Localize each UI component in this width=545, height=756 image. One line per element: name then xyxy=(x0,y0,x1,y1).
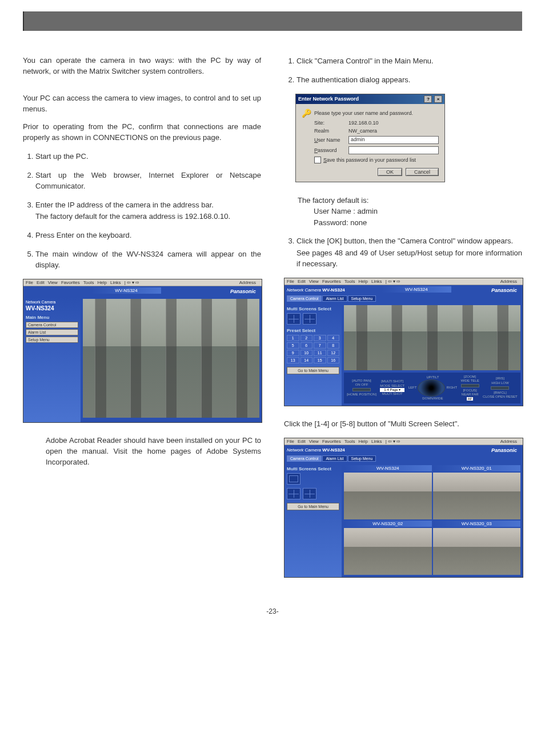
preset-btn[interactable]: 11 xyxy=(314,350,326,356)
home-position-label[interactable]: [HOME POSITION] xyxy=(347,393,376,397)
tab-setup-menu[interactable]: Setup Menu xyxy=(348,295,376,302)
bw-buttons[interactable]: CLOSE OPEN RESET xyxy=(483,395,518,399)
model: WV-NS324 xyxy=(322,287,345,293)
shot-dropdown[interactable]: 1-4 Page ▾ xyxy=(380,388,404,392)
step-3-subtext: The factory default for the camera addre… xyxy=(35,211,261,222)
slider[interactable] xyxy=(352,388,371,391)
menu-links[interactable]: Links xyxy=(110,280,121,285)
browser-menu-bar: File Edit View Favorites Tools Help Link… xyxy=(284,278,523,285)
slider[interactable] xyxy=(461,384,479,387)
focus-buttons[interactable]: NEAR FAR xyxy=(460,393,479,397)
preset-btn[interactable]: 2 xyxy=(300,335,313,341)
ptz-joystick[interactable] xyxy=(418,379,445,397)
multishot-button[interactable]: MULTI SHOT xyxy=(380,392,404,396)
password-label: Password xyxy=(302,147,348,153)
help-icon[interactable]: ? xyxy=(424,95,432,103)
preset-btn[interactable]: 16 xyxy=(327,357,340,363)
tab-setup-menu[interactable]: Setup Menu xyxy=(348,455,376,462)
autopan-label: [AUTO PAN] xyxy=(347,379,376,383)
preset-btn[interactable]: 8 xyxy=(327,342,340,349)
menu-file[interactable]: File xyxy=(26,280,33,285)
zoom-buttons[interactable]: WIDE TELE xyxy=(460,379,479,383)
factory-pass: Password: none xyxy=(314,217,522,229)
preset-btn[interactable]: 15 xyxy=(314,357,326,363)
sidebar-logo: Network Camera xyxy=(26,300,78,304)
auth-dialog: Enter Network Password ? × 🔑 Please type… xyxy=(295,94,445,182)
username-input[interactable]: admin xyxy=(348,136,439,144)
step-2: Start up the Web browser, Internet Explo… xyxy=(35,170,261,192)
rstep-3-sub: See pages 48 and 49 of User setup/Host s… xyxy=(296,248,522,270)
cancel-button[interactable]: Cancel xyxy=(406,168,439,176)
camera-view xyxy=(344,305,520,370)
af-button[interactable]: AF xyxy=(467,397,474,401)
preset-btn[interactable]: 1 xyxy=(287,335,299,341)
preset-btn[interactable]: 5 xyxy=(287,342,299,349)
tab-camera-control[interactable]: Camera Control xyxy=(287,455,322,462)
rstep-3-text: Click the [OK] button, then the "Camera … xyxy=(296,237,513,245)
preset-btn[interactable]: 7 xyxy=(314,342,326,349)
tab-alarm-list[interactable]: Alarm List xyxy=(322,295,347,302)
brand-label: Panasonic xyxy=(227,287,259,295)
preset-title: Preset Select xyxy=(287,328,339,333)
quad-view xyxy=(344,528,432,575)
sidebar-camera-control[interactable]: Camera Control xyxy=(26,322,78,328)
quad-label-3: WV-NS320_02 xyxy=(344,521,432,527)
username-label: User Name xyxy=(302,137,348,143)
preset-btn[interactable]: 14 xyxy=(300,357,313,363)
address-label: Address xyxy=(239,280,256,285)
sidebar-setup-menu[interactable]: Setup Menu xyxy=(26,337,78,343)
preset-btn[interactable]: 6 xyxy=(300,342,313,349)
realm-value: NW_camera xyxy=(348,128,439,134)
camera-label: WV-NS324 xyxy=(382,286,451,293)
sidebar-mainmenu-title: Main Menu xyxy=(26,315,78,320)
autopan-onoff[interactable]: ON OFF xyxy=(347,383,376,387)
multiscreen-single[interactable] xyxy=(287,473,300,485)
sidebar-alarm-list[interactable]: Alarm List xyxy=(26,329,78,335)
quad-label-1: WV-NS324 xyxy=(344,465,432,471)
preset-btn[interactable]: 10 xyxy=(300,350,313,356)
iris-buttons[interactable]: HIGH LOW xyxy=(483,381,518,385)
camera-label: WV-NS324 xyxy=(91,287,161,294)
site-label: Site: xyxy=(302,120,348,126)
figure-multiscreen: File Edit View Favorites Tools Help Link… xyxy=(284,438,522,578)
multiscreen-1-4[interactable] xyxy=(287,488,300,499)
focus-label: [FOCUS] xyxy=(460,389,479,393)
menu-edit[interactable]: Edit xyxy=(37,280,45,285)
multiscreen-5-8[interactable] xyxy=(303,488,316,499)
password-input[interactable] xyxy=(348,146,439,154)
ok-button[interactable]: OK xyxy=(378,168,402,176)
key-icon: 🔑 xyxy=(302,109,314,118)
factory-user: User Name : admin xyxy=(314,206,522,217)
save-password-checkbox[interactable] xyxy=(314,157,321,163)
right-label: RIGHT xyxy=(446,386,457,390)
preset-btn[interactable]: 13 xyxy=(287,357,299,363)
preset-btn[interactable]: 9 xyxy=(287,350,299,356)
close-icon[interactable]: × xyxy=(434,95,442,103)
go-main-menu-button[interactable]: Go to Main Menu xyxy=(287,503,339,510)
rstep-1: Click "Camera Control" in the Main Menu. xyxy=(296,56,522,67)
menu-view[interactable]: View xyxy=(48,280,58,285)
step-4: Press Enter on the keyboard. xyxy=(35,230,261,241)
go-main-menu-button[interactable]: Go to Main Menu xyxy=(287,367,339,374)
preset-btn[interactable]: 4 xyxy=(327,335,340,341)
multiscreen-5-8[interactable] xyxy=(303,313,316,325)
preset-btn[interactable]: 12 xyxy=(327,350,340,356)
step-3: Enter the IP address of the camera in th… xyxy=(35,200,261,223)
preset-btn[interactable]: 3 xyxy=(314,335,326,341)
tab-camera-control[interactable]: Camera Control xyxy=(287,295,322,302)
tab-alarm-list[interactable]: Alarm List xyxy=(322,455,347,462)
bw-label: [BW/CL] xyxy=(483,391,518,395)
rstep-3: Click the [OK] button, then the "Camera … xyxy=(296,236,522,270)
menu-favorites[interactable]: Favorites xyxy=(61,280,80,285)
left-label: LEFT xyxy=(408,386,417,390)
quad-view xyxy=(433,528,521,575)
slider[interactable] xyxy=(491,386,509,390)
mode-select-label: MODE SELECT xyxy=(380,384,404,388)
menu-tools[interactable]: Tools xyxy=(83,280,94,285)
figure-camera-control: File Edit View Favorites Tools Help Link… xyxy=(284,278,522,406)
factory-head: The factory default is: xyxy=(298,195,522,206)
down-label: DOWN/WIDE xyxy=(408,397,457,401)
menu-help[interactable]: Help xyxy=(97,280,106,285)
multiscreen-1-4[interactable] xyxy=(287,313,300,325)
save-password-label: Save this password in your password list xyxy=(323,157,416,163)
